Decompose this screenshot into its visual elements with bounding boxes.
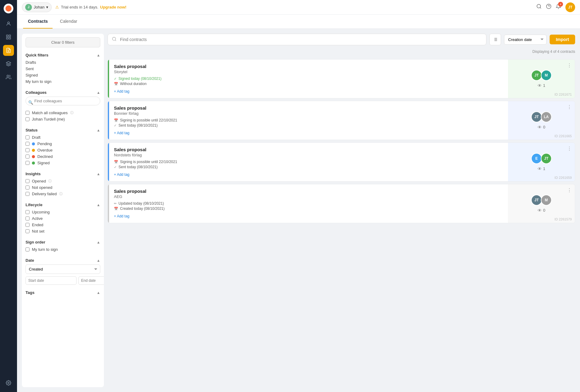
lifecycle-ended-checkbox[interactable] <box>26 223 29 227</box>
colleagues-header[interactable]: Colleagues ▲ <box>26 88 100 97</box>
upgrade-link[interactable]: Upgrade now! <box>100 5 127 9</box>
status-title: Status <box>26 128 38 132</box>
insights-delivery-failed-item[interactable]: Delivery failed ⓘ <box>26 191 100 197</box>
lifecycle-active-checkbox[interactable] <box>26 216 29 220</box>
insights-delivery-failed-checkbox[interactable] <box>26 192 29 196</box>
sidebar-icon-contacts[interactable] <box>3 72 14 83</box>
svg-marker-7 <box>6 62 11 64</box>
status-pending-item[interactable]: Pending <box>26 141 100 147</box>
tab-contracts[interactable]: Contracts <box>23 15 53 29</box>
status-declined-item[interactable]: Declined <box>26 153 100 160</box>
sign-order-header[interactable]: Sign order ▲ <box>26 238 100 246</box>
status-overdue-checkbox[interactable] <box>26 148 29 152</box>
lifecycle-active-item[interactable]: Active <box>26 215 100 222</box>
card-avatar-2-0: E <box>531 153 542 164</box>
tags-header[interactable]: Tags ▲ <box>26 288 100 297</box>
card-avatars-1: JT LA <box>531 111 552 122</box>
sign-order-my-turn-item[interactable]: My turn to sign <box>26 246 100 253</box>
match-all-colleagues-item[interactable]: Match all colleagues ⓘ <box>26 110 100 116</box>
contract-card-1[interactable]: Sales proposal Bonnier förlag 📅 Signing … <box>108 101 575 140</box>
quick-filters-header[interactable]: Quick filters ▲ <box>26 51 100 59</box>
warning-icon: ⚠ <box>55 5 59 9</box>
card-menu-button-3[interactable]: ⋮ <box>567 187 572 193</box>
insights-opened-item[interactable]: Opened ⓘ <box>26 178 100 184</box>
sidebar-icon-dashboard[interactable] <box>3 32 14 43</box>
lifecycle-not-set-item[interactable]: Not set <box>26 228 100 234</box>
lifecycle-upcoming-item[interactable]: Upcoming <box>26 209 100 215</box>
status-signed-item[interactable]: Signed <box>26 160 100 166</box>
card-company-1: Bonnier förlag <box>114 111 503 116</box>
status-signed-checkbox[interactable] <box>26 161 29 165</box>
status-draft-checkbox[interactable] <box>26 135 29 139</box>
date-chevron: ▲ <box>97 258 100 263</box>
insights-opened-checkbox[interactable] <box>26 179 29 183</box>
colleagues-search-input[interactable] <box>26 97 100 105</box>
notification-badge: 4 <box>558 2 563 7</box>
contract-card-2[interactable]: Sales proposal Nordstets förlag 📅 Signin… <box>108 142 575 182</box>
user-avatar-topbar[interactable]: JT <box>565 2 575 12</box>
lifecycle-header[interactable]: Lifecycle ▲ <box>26 201 100 209</box>
date-end-input[interactable] <box>78 276 104 285</box>
trial-text: Trial ends in 14 days. <box>61 5 98 9</box>
sort-dropdown[interactable]: Creation date Updated date Title Company <box>504 35 547 45</box>
svg-rect-3 <box>9 38 11 39</box>
status-declined-checkbox[interactable] <box>26 155 29 159</box>
sidebar-icon-contracts[interactable] <box>3 45 14 56</box>
insights-section: Insights ▲ Opened ⓘ Not opened Delivery … <box>26 170 100 197</box>
date-start-input[interactable] <box>26 276 77 285</box>
status-declined-dot <box>32 155 35 158</box>
status-pending-checkbox[interactable] <box>26 142 29 146</box>
user-colleague-item[interactable]: Johan Turdell (me) <box>26 116 100 122</box>
date-header[interactable]: Date ▲ <box>26 256 100 264</box>
clear-filters-button[interactable]: Clear 0 filters <box>26 37 100 47</box>
body-layout: Clear 0 filters Quick filters ▲ Drafts S… <box>17 29 580 392</box>
add-tag-link-1[interactable]: + Add tag <box>114 131 129 135</box>
user-colleague-checkbox[interactable] <box>26 117 29 121</box>
lifecycle-not-set-checkbox[interactable] <box>26 229 29 233</box>
user-menu-button[interactable]: J Johan ▾ <box>22 2 52 12</box>
notification-bell-button[interactable]: 4 <box>556 4 561 11</box>
displaying-count: Displaying 4 of 4 contracts <box>108 48 575 56</box>
app-logo[interactable] <box>4 4 13 13</box>
trial-banner: ⚠ Trial ends in 14 days. Upgrade now! <box>55 5 126 9</box>
status-header[interactable]: Status ▲ <box>26 126 100 134</box>
add-tag-link-3[interactable]: + Add tag <box>114 214 129 218</box>
date-type-dropdown[interactable]: Created Updated Signed Expired <box>26 264 100 274</box>
add-tag-link-2[interactable]: + Add tag <box>114 172 129 177</box>
sidebar-icon-settings[interactable] <box>3 377 14 388</box>
import-button[interactable]: Import <box>550 35 575 44</box>
user-name-label: Johan <box>34 5 44 9</box>
contract-search-input[interactable] <box>108 34 486 45</box>
match-all-colleagues-checkbox[interactable] <box>26 111 29 115</box>
status-draft-item[interactable]: Draft <box>26 134 100 141</box>
filter-drafts[interactable]: Drafts <box>26 59 100 66</box>
help-icon-button[interactable] <box>546 4 551 11</box>
insights-header[interactable]: Insights ▲ <box>26 170 100 178</box>
tab-calendar[interactable]: Calendar <box>55 15 82 29</box>
sidebar-icon-user[interactable] <box>3 18 14 29</box>
contract-search-icon <box>112 37 117 43</box>
filter-signed[interactable]: Signed <box>26 72 100 78</box>
contract-card-0[interactable]: Sales proposal Storytel ✓ Signed today (… <box>108 59 575 98</box>
filter-my-turn[interactable]: My turn to sign <box>26 78 100 85</box>
sign-order-my-turn-checkbox[interactable] <box>26 247 29 251</box>
insights-not-opened-item[interactable]: Not opened <box>26 184 100 191</box>
insights-not-opened-checkbox[interactable] <box>26 186 29 189</box>
contract-card-3[interactable]: Sales proposal AEG ✏ Updated today (08/1… <box>108 184 575 223</box>
card-menu-button-0[interactable]: ⋮ <box>567 63 572 68</box>
date-title: Date <box>26 258 34 263</box>
search-icon-button[interactable] <box>536 4 542 11</box>
svg-point-9 <box>8 382 9 384</box>
svg-point-0 <box>8 22 9 24</box>
topbar: J Johan ▾ ⚠ Trial ends in 14 days. Upgra… <box>17 0 580 15</box>
meta-text-3-1: Created today (08/10/2021) <box>120 206 165 211</box>
lifecycle-ended-item[interactable]: Ended <box>26 222 100 228</box>
add-tag-link-0[interactable]: + Add tag <box>114 89 129 94</box>
card-menu-button-1[interactable]: ⋮ <box>567 104 572 110</box>
sidebar-icon-layers[interactable] <box>3 58 14 69</box>
lifecycle-upcoming-checkbox[interactable] <box>26 210 29 214</box>
sort-order-button[interactable] <box>489 34 501 45</box>
filter-sent[interactable]: Sent <box>26 66 100 72</box>
card-menu-button-2[interactable]: ⋮ <box>567 146 572 152</box>
status-overdue-item[interactable]: Overdue <box>26 147 100 153</box>
